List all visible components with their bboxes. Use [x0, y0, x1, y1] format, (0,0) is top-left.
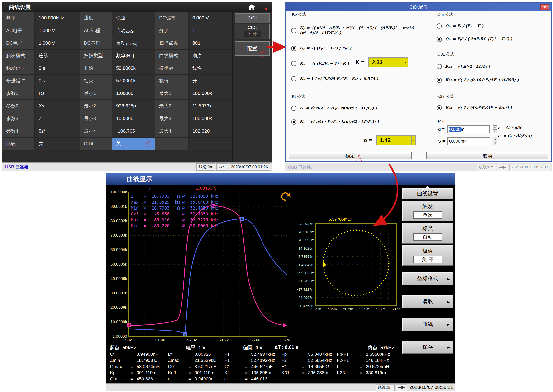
radio-button-selected[interactable] — [437, 105, 442, 110]
setting-value[interactable]: 50.0000k — [112, 62, 155, 75]
radio-button-selected[interactable] — [437, 77, 442, 83]
setting-label: 极值 — [155, 75, 189, 87]
setting-label: 最大3 — [155, 112, 189, 125]
radio-button[interactable] — [437, 23, 442, 29]
sidebar-button-7[interactable]: 曲线► — [402, 318, 453, 331]
radio-button-selected[interactable] — [291, 46, 296, 51]
setting-value[interactable]: 1.000 V — [35, 37, 80, 49]
setting-value[interactable]: 自动(1kΩ) — [112, 24, 155, 37]
setting-value[interactable]: 998.625p — [112, 100, 155, 112]
marker-m: m — [183, 332, 187, 336]
spin-down-icon[interactable]: ▼ — [493, 141, 497, 145]
setting-label: DC电平 — [2, 37, 35, 49]
setting-value[interactable]: 100.000k — [189, 112, 232, 125]
kt-formula-option[interactable]: Kₜ = √( π/α · Fₛ/Fₚ · tan(π/2 · ΔF/Fₚ)² … — [291, 119, 429, 125]
x-axis-label: 51.4k — [155, 338, 165, 343]
home-icon[interactable] — [248, 4, 256, 10]
qm-formula-option[interactable]: Qₘ = Fₛ / (F₂ − F₁) — [437, 23, 546, 29]
circle-y-axis-label: 1.40849m — [294, 263, 314, 267]
setting-label: 参数3 — [2, 112, 35, 125]
dropdown-arrow-icon[interactable]: ▾ — [404, 58, 408, 67]
setting-value[interactable]: 102.320 — [189, 125, 232, 138]
setting-value[interactable]: 0 s — [35, 62, 80, 75]
setting-value[interactable]: θz° — [35, 125, 80, 138]
sidebar-button-6[interactable]: 读取► — [402, 295, 453, 308]
k-coefficient-field[interactable]: 2.33 ▾ — [368, 57, 408, 67]
stat-value: 446.013 — [251, 376, 267, 381]
stat-cell: C0=3.50217nF — [168, 364, 224, 370]
setting-value[interactable]: 10.0000 — [112, 112, 155, 125]
setting-value[interactable]: 开 — [189, 75, 232, 87]
kp-options: Kₚ = √( π²/4 · ΔF/Fₛ + π²/4 · (4−π²)/4 ·… — [291, 16, 429, 91]
setting-value[interactable]: 57.0000k — [112, 75, 155, 87]
k33-formula-option[interactable]: K₃₃ = √( 1 / (4/π²·Fₛ/ΔF + 8/π²) ) — [437, 105, 546, 110]
setting-value[interactable]: Xs — [35, 100, 80, 112]
setting-value[interactable]: 自动(100kΩ) — [112, 37, 155, 49]
setting-value[interactable] — [189, 138, 232, 150]
setting-value[interactable]: Rs — [35, 87, 80, 100]
spin-up-icon[interactable]: ▲ — [493, 125, 497, 129]
spin-up-icon[interactable]: ▲ — [493, 137, 497, 141]
spin-down-icon[interactable]: ▼ — [493, 129, 497, 133]
setting-value[interactable]: 频率[Hz] — [112, 49, 155, 62]
setting-value[interactable]: 关☝ — [112, 138, 155, 150]
setting-value[interactable]: 0 s — [35, 75, 80, 87]
stat-equals: = — [245, 370, 251, 375]
dropdown-arrow-icon[interactable]: ▾ — [411, 136, 416, 145]
qm-formula-option[interactable]: Qₘ = Fₚ² / ( 2πFₛRCₜ(Fₚ² − Fₛ²) ) — [437, 37, 546, 42]
setting-value[interactable]: 1 — [189, 24, 232, 37]
setting-value[interactable]: 100.000k — [189, 87, 232, 100]
kp-formula-option[interactable]: Kₚ = √( (Fₚ² − Fₛ²) / Fₚ² ) — [291, 46, 429, 51]
radio-button[interactable] — [291, 105, 296, 111]
y-axis-label: 10.0009k — [107, 320, 127, 324]
setting-value[interactable]: Z — [35, 112, 80, 125]
kp-formula-option[interactable]: Kₚ = √( π²/4 · ΔF/Fₛ + π²/4 · (4−π²)/4 ·… — [291, 26, 429, 35]
radio-button[interactable] — [291, 76, 296, 81]
circle-y-axis-label: 7.78554m — [294, 254, 314, 259]
setting-value[interactable]: 连续 — [35, 49, 80, 62]
setting-value[interactable]: 线性 — [189, 62, 232, 75]
ctdt-toggle-state[interactable]: 关·开 — [244, 31, 261, 37]
stat-name: K31 — [281, 370, 302, 375]
setting-value[interactable]: 100.000kHz — [35, 12, 80, 24]
setting-value[interactable]: 1.000 V — [35, 24, 80, 37]
s-spinner[interactable]: ▲▼ — [493, 137, 497, 145]
radio-button[interactable] — [437, 64, 442, 69]
sidebar-button-4[interactable]: 极值关·开 — [402, 245, 453, 266]
s-dimension-input[interactable]: 0.000m² — [447, 137, 490, 145]
setting-value[interactable]: 顺序 — [189, 49, 232, 62]
setting-value[interactable]: 0.000 V — [189, 12, 232, 24]
sidebar-button-5[interactable]: 坐标格式► — [402, 272, 453, 286]
stat-equals: = — [302, 352, 308, 357]
cancel-button[interactable]: 取消 — [426, 152, 548, 159]
q31-formula-option[interactable]: K₃₁ = √( 1 / (0.404·Fₛ/ΔF + 0.595) ) — [437, 77, 546, 83]
setting-value[interactable]: 1.00000 — [112, 87, 155, 100]
setting-label: 分屏 — [155, 24, 189, 37]
setting-value[interactable]: 11.5373k — [189, 100, 232, 112]
d-spinner[interactable]: ▲▼ — [493, 125, 497, 133]
stat-value: 18.7903 Ω — [136, 358, 158, 363]
setting-value[interactable]: -106.765 — [112, 125, 155, 138]
radio-button[interactable] — [291, 28, 296, 33]
radio-button[interactable] — [291, 61, 296, 66]
q31-formula-option[interactable]: K₃₁ = √( π²/4 · ΔF/Fₛ ) — [437, 64, 546, 69]
ok-button[interactable]: 确定 — [289, 152, 412, 159]
radio-button-selected[interactable] — [291, 119, 296, 125]
sidebar-button-2[interactable]: 触发单次 — [402, 201, 453, 221]
radio-button-selected[interactable] — [437, 37, 442, 42]
d-dimension-input[interactable]: 0.000m — [447, 125, 490, 133]
kp-formula-option[interactable]: Kₚ = 1 / √( 0.395·Fₛ/(Fₚ−Fₛ) + 0.574 ) — [291, 76, 429, 81]
d-label: d = — [438, 127, 445, 132]
setting-value[interactable]: 快速 — [112, 12, 155, 24]
sidebar-button-3[interactable]: 标尺自动 — [402, 223, 453, 244]
sidebar-button-8[interactable]: 保存► — [402, 341, 453, 354]
kt-formula-option[interactable]: Kₜ = √( π/2 · Fₛ/Fₚ · tan(π/2 · ΔF/Fₚ) ) — [291, 105, 429, 111]
alpha-coefficient-field[interactable]: 1.42 ▾ — [376, 135, 416, 145]
close-icon[interactable]: × — [540, 4, 549, 10]
setting-value[interactable]: 关 — [35, 138, 80, 150]
dialog-title: CtDt配置 — [409, 5, 428, 9]
stat-name: Ct — [110, 352, 130, 357]
ctdt-toggle-button[interactable]: CtDt 关·开 — [235, 24, 270, 39]
sidebar-button-1[interactable]: 曲线设置 — [402, 189, 453, 199]
setting-value[interactable]: 801 — [189, 37, 232, 49]
